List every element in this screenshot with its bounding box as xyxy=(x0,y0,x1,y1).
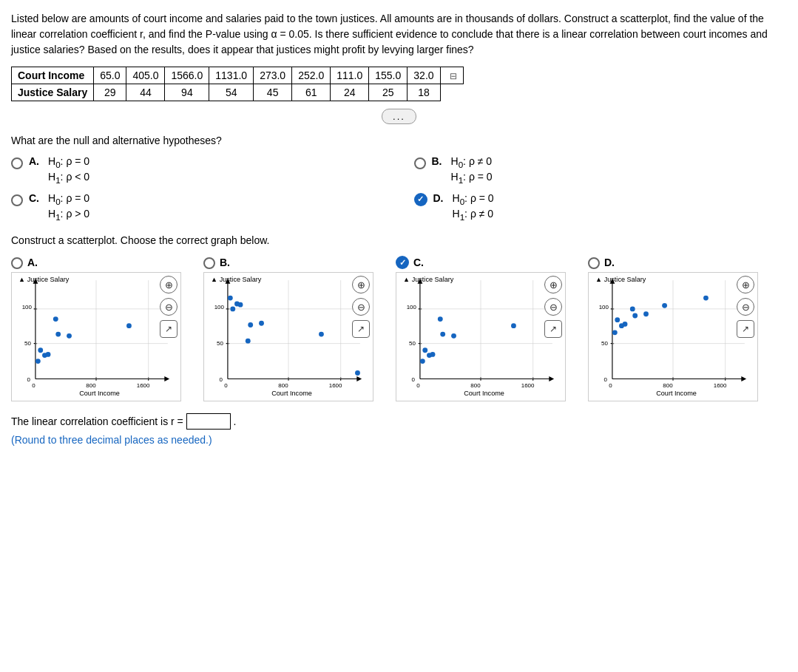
graph-b-svg: ▲ Justice Salary 0 50 100 0 800 1600 Cou… xyxy=(204,273,373,401)
svg-point-50 xyxy=(319,332,324,337)
svg-text:▲ Justice Salary: ▲ Justice Salary xyxy=(211,276,262,284)
svg-point-108 xyxy=(703,296,709,301)
svg-text:0: 0 xyxy=(32,382,35,389)
ellipsis-button[interactable]: ... xyxy=(382,109,416,124)
option-a-hypotheses: H0: ρ = 0 H1: ρ < 0 xyxy=(48,155,89,185)
svg-point-110 xyxy=(630,307,635,312)
option-d-label: D. xyxy=(433,192,444,204)
graph-c-expand[interactable]: ↗ xyxy=(544,320,562,338)
svg-point-109 xyxy=(632,313,638,319)
option-d-checkmark[interactable] xyxy=(414,193,427,206)
graph-b-zoom-out[interactable]: ⊖ xyxy=(352,298,370,316)
svg-text:▲ Justice Salary: ▲ Justice Salary xyxy=(403,276,454,284)
svg-point-25 xyxy=(46,353,51,358)
svg-point-18 xyxy=(38,348,43,353)
graph-b-zoom-col: ⊕ ⊖ ↗ xyxy=(352,276,370,338)
graph-b-zoom-in[interactable]: ⊕ xyxy=(352,276,370,293)
graphs-row: A. ▲ Justice Salary 0 50 100 0 800 xyxy=(11,255,787,401)
svg-text:100: 100 xyxy=(214,304,225,310)
graph-c-svg: ▲ Justice Salary 0 50 100 0 800 1600 Cou… xyxy=(396,273,565,401)
svg-point-48 xyxy=(259,321,264,326)
option-b[interactable]: B. H0: ρ ≠ 0 H1: ρ = 0 xyxy=(414,155,788,185)
graph-option-d: D. ▲ Justice Salary 0 50 100 0 800 1600 … xyxy=(588,255,773,401)
svg-text:1600: 1600 xyxy=(714,382,727,389)
graph-option-a: A. ▲ Justice Salary 0 50 100 0 800 xyxy=(11,255,196,401)
svg-point-83 xyxy=(430,353,436,358)
row2-header: Justice Salary xyxy=(12,84,94,101)
svg-text:0: 0 xyxy=(27,376,31,383)
options-grid: A. H0: ρ = 0 H1: ρ < 0 B. H0: ρ ≠ 0 H1: … xyxy=(11,155,787,221)
option-a-radio[interactable] xyxy=(11,157,23,169)
graph-d-expand[interactable]: ↗ xyxy=(737,320,754,338)
graph-a-svg: ▲ Justice Salary 0 50 100 0 800 1600 xyxy=(12,273,180,401)
graph-a-zoom-in[interactable]: ⊕ xyxy=(160,276,177,293)
graph-a-zoom-out[interactable]: ⊖ xyxy=(160,298,177,316)
svg-point-113 xyxy=(612,330,618,336)
hypotheses-question: What are the null and alternative hypoth… xyxy=(11,135,787,146)
svg-point-80 xyxy=(440,332,445,337)
svg-point-55 xyxy=(228,296,233,301)
option-c-label: C. xyxy=(29,192,39,204)
graph-d-zoom-out[interactable]: ⊖ xyxy=(737,298,754,316)
svg-point-52 xyxy=(246,339,251,344)
svg-point-23 xyxy=(53,317,58,322)
graph-d-svg: ▲ Justice Salary 0 50 100 0 800 1600 Cou… xyxy=(589,273,757,401)
graph-c-zoom-in[interactable]: ⊕ xyxy=(544,276,562,293)
svg-text:1600: 1600 xyxy=(137,382,150,389)
graph-c-header: C. xyxy=(396,255,424,269)
svg-text:50: 50 xyxy=(601,340,608,347)
svg-marker-89 xyxy=(741,377,746,382)
graph-a-header: A. xyxy=(11,255,38,269)
linear-coeff-input[interactable] xyxy=(186,413,231,430)
svg-point-105 xyxy=(615,318,620,323)
svg-text:Court Income: Court Income xyxy=(464,390,504,398)
graph-d-radio[interactable] xyxy=(588,257,600,269)
graph-d-container: ▲ Justice Salary 0 50 100 0 800 1600 Cou… xyxy=(588,272,758,401)
svg-text:100: 100 xyxy=(407,304,417,310)
graph-a-expand[interactable]: ↗ xyxy=(160,320,177,338)
graph-a-label: A. xyxy=(27,257,38,268)
graph-b-expand[interactable]: ↗ xyxy=(352,320,370,338)
svg-point-19 xyxy=(67,333,72,339)
svg-point-49 xyxy=(355,371,360,376)
scatter-question: Construct a scatterplot. Choose the corr… xyxy=(11,234,787,246)
svg-point-84 xyxy=(420,359,425,364)
graph-b-radio[interactable] xyxy=(203,257,215,269)
option-b-radio[interactable] xyxy=(414,157,426,169)
svg-text:0: 0 xyxy=(609,382,612,389)
svg-point-26 xyxy=(35,359,41,364)
linear-coeff-line: The linear correlation coefficient is r … xyxy=(11,413,787,430)
svg-text:50: 50 xyxy=(24,340,31,347)
svg-text:50: 50 xyxy=(409,340,416,347)
graph-a-container: ▲ Justice Salary 0 50 100 0 800 1600 xyxy=(11,272,181,401)
graph-d-header: D. xyxy=(588,255,615,269)
svg-point-47 xyxy=(230,307,235,312)
data-table: Court Income 65.0 405.0 1566.0 1131.0 27… xyxy=(11,67,464,101)
svg-point-77 xyxy=(451,333,456,339)
svg-point-114 xyxy=(662,303,667,308)
option-d-hypotheses: H0: ρ = 0 H1: ρ ≠ 0 xyxy=(453,192,494,222)
option-d[interactable]: D. H0: ρ = 0 H1: ρ ≠ 0 xyxy=(414,192,788,222)
graph-c-zoom-out[interactable]: ⊖ xyxy=(544,298,562,316)
ellipsis-container: ... xyxy=(11,109,787,124)
graph-b-label: B. xyxy=(220,257,230,268)
copy-icon[interactable]: ⊟ xyxy=(450,71,457,81)
svg-point-79 xyxy=(511,324,516,329)
graph-a-xlabel: Court Income xyxy=(79,390,120,398)
svg-point-112 xyxy=(623,322,628,327)
svg-text:1600: 1600 xyxy=(329,382,342,389)
graph-c-label: C. xyxy=(413,257,424,268)
svg-point-51 xyxy=(248,323,253,328)
svg-text:0: 0 xyxy=(604,376,608,383)
graph-a-radio[interactable] xyxy=(11,257,23,269)
linear-coeff-label-after: . xyxy=(234,415,237,427)
option-c[interactable]: C. H0: ρ = 0 H1: ρ > 0 xyxy=(11,192,385,222)
svg-marker-31 xyxy=(356,377,362,382)
option-a[interactable]: A. H0: ρ = 0 H1: ρ < 0 xyxy=(11,155,385,185)
graph-d-zoom-in[interactable]: ⊕ xyxy=(737,276,754,293)
option-c-radio[interactable] xyxy=(11,194,23,206)
svg-point-106 xyxy=(643,312,649,317)
svg-text:100: 100 xyxy=(599,304,609,310)
graph-d-label: D. xyxy=(604,257,615,268)
graph-c-checkmark[interactable] xyxy=(396,256,409,269)
